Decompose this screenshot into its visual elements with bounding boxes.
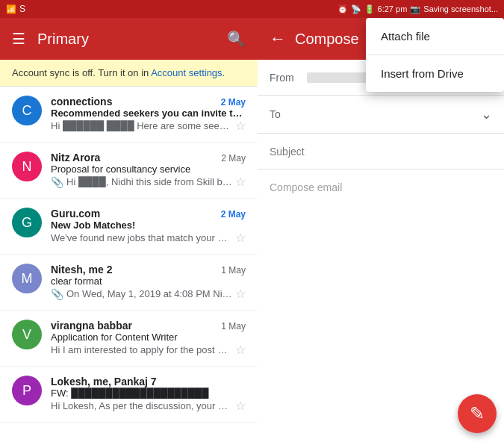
attachment-icon: 📎 — [51, 176, 63, 188]
email-top: Nitesh, me 21 May — [51, 264, 246, 276]
to-field[interactable]: To ⌄ — [258, 96, 504, 134]
expand-icon[interactable]: ⌄ — [481, 106, 492, 122]
avatar: G — [12, 208, 42, 237]
email-subject: Proposal for consultancy service — [51, 164, 246, 175]
email-preview: We've found new jobs that match your pro… — [51, 232, 232, 243]
email-top: connections2 May — [51, 96, 246, 108]
subject-input[interactable] — [270, 146, 492, 158]
left-panel: ☰ Primary 🔍 Account sync is off. Turn it… — [0, 18, 258, 448]
email-row2: We've found new jobs that match your pro… — [51, 231, 246, 245]
list-item[interactable]: NNitz Arora2 MayProposal for consultancy… — [0, 143, 258, 199]
menu-icon[interactable]: ☰ — [12, 30, 25, 48]
star-icon[interactable]: ☆ — [235, 175, 246, 189]
email-row2: Hi I am interested to apply for the post… — [51, 343, 246, 357]
saving-text: Saving screenshot... — [423, 4, 498, 13]
email-preview: Hi ██████ ████ Here are some seeker prof… — [51, 120, 232, 131]
right-panel: ← Compose From To ⌄ Compose email Attach… — [258, 18, 504, 448]
to-label: To — [270, 108, 307, 120]
list-item[interactable]: GGuru.com2 MayNew Job Matches!We've foun… — [0, 199, 258, 255]
signal-icon: 📶 — [6, 4, 16, 14]
email-list: Cconnections2 MayRecommended seekers you… — [0, 87, 258, 448]
email-preview: Hi ████, Nidhi this side from Skill bud … — [66, 176, 232, 187]
sync-bar: Account sync is off. Turn it on in Accou… — [0, 60, 258, 87]
time: 6:27 pm — [378, 4, 408, 13]
email-top: Guru.com2 May — [51, 208, 246, 220]
photo-icon: 📷 — [410, 4, 420, 14]
email-date: 2 May — [221, 97, 246, 108]
avatar: C — [12, 96, 42, 125]
email-content: virangna babbar1 MayApplication for Cont… — [51, 320, 246, 357]
email-top: virangna babbar1 May — [51, 320, 246, 332]
email-subject: FW: ████████████████████ — [51, 388, 246, 399]
email-row2: Hi ██████ ████ Here are some seeker prof… — [51, 119, 246, 133]
from-label: From — [270, 72, 307, 84]
email-top: Nitz Arora2 May — [51, 152, 246, 164]
avatar: N — [12, 152, 42, 181]
compose-title: Compose — [295, 31, 359, 48]
email-subject: clear format — [51, 276, 246, 287]
list-item[interactable]: PLokesh, me, Pankaj 7FW: ███████████████… — [0, 367, 258, 423]
star-icon[interactable]: ☆ — [235, 399, 246, 413]
email-subject: Recommended seekers you can invite to fo… — [51, 108, 246, 119]
sender-name: Guru.com — [51, 208, 100, 220]
subject-field[interactable] — [258, 134, 504, 169]
insert-from-drive-item[interactable]: Insert from Drive — [366, 55, 504, 92]
avatar: M — [12, 264, 42, 293]
email-date: 2 May — [221, 153, 246, 164]
email-date: 1 May — [221, 321, 246, 332]
compose-fab-icon: ✎ — [470, 403, 485, 424]
email-top: Lokesh, me, Pankaj 7 — [51, 376, 246, 388]
attachment-icon: 📎 — [51, 288, 63, 300]
status-right: ⏰ 📡 🔋 6:27 pm 📷 Saving screenshot... — [337, 4, 498, 14]
email-subject: New Job Matches! — [51, 220, 246, 231]
status-bar: 📶 S ⏰ 📡 🔋 6:27 pm 📷 Saving screenshot... — [0, 0, 504, 18]
status-left: 📶 S — [6, 4, 25, 14]
star-icon[interactable]: ☆ — [235, 119, 246, 133]
email-row2: Hi Lokesh, As per the discussion, your d… — [51, 399, 246, 413]
email-content: Guru.com2 MayNew Job Matches!We've found… — [51, 208, 246, 245]
email-date: 1 May — [221, 265, 246, 276]
compose-form: From To ⌄ Compose email — [258, 60, 504, 448]
email-content: connections2 MayRecommended seekers you … — [51, 96, 246, 133]
email-row2: 📎Hi ████, Nidhi this side from Skill bud… — [51, 175, 246, 189]
sender-name: Nitesh, me 2 — [51, 264, 112, 276]
left-header: ☰ Primary 🔍 — [0, 18, 258, 60]
list-item[interactable]: Vvirangna babbar1 MayApplication for Con… — [0, 311, 258, 367]
list-item[interactable]: MNitesh, me 21 Mayclear format📎On Wed, M… — [0, 255, 258, 311]
sender-name: Lokesh, me, Pankaj 7 — [51, 376, 157, 388]
avatar: P — [12, 376, 42, 405]
star-icon[interactable]: ☆ — [235, 343, 246, 357]
email-subject: Application for Content Writer — [51, 332, 246, 343]
email-row2: 📎On Wed, May 1, 2019 at 4:08 PM Nitesh K… — [51, 287, 246, 301]
email-preview: Hi Lokesh, As per the discussion, your d… — [51, 400, 232, 411]
skype-icon: S — [19, 4, 25, 14]
back-button[interactable]: ← — [270, 29, 286, 49]
star-icon[interactable]: ☆ — [235, 231, 246, 245]
avatar: V — [12, 320, 42, 349]
sync-message: Account sync is off. Turn it on in — [12, 67, 151, 78]
wifi-icon: 📡 — [351, 4, 361, 14]
star-icon[interactable]: ☆ — [235, 287, 246, 301]
email-content: Nitesh, me 21 Mayclear format📎On Wed, Ma… — [51, 264, 246, 301]
compose-fab[interactable]: ✎ — [458, 394, 497, 433]
search-icon[interactable]: 🔍 — [227, 30, 246, 48]
email-date: 2 May — [221, 209, 246, 220]
attach-file-item[interactable]: Attach file — [366, 18, 504, 55]
list-item[interactable]: Cconnections2 MayRecommended seekers you… — [0, 87, 258, 143]
sender-name: virangna babbar — [51, 320, 132, 332]
email-content: Nitz Arora2 MayProposal for consultancy … — [51, 152, 246, 189]
email-content: Lokesh, me, Pankaj 7FW: ████████████████… — [51, 376, 246, 413]
battery-icon: 🔋 — [364, 4, 375, 14]
sender-name: connections — [51, 96, 112, 108]
dropdown-menu: Attach file Insert from Drive — [366, 18, 504, 92]
email-preview: On Wed, May 1, 2019 at 4:08 PM Nitesh Ku… — [66, 288, 232, 299]
sender-name: Nitz Arora — [51, 152, 100, 164]
account-settings-link[interactable]: Account settings. — [151, 67, 225, 78]
email-preview: Hi I am interested to apply for the post… — [51, 344, 232, 355]
alarm-icon: ⏰ — [337, 4, 348, 14]
to-input[interactable] — [307, 107, 481, 122]
inbox-title: Primary — [37, 31, 215, 48]
